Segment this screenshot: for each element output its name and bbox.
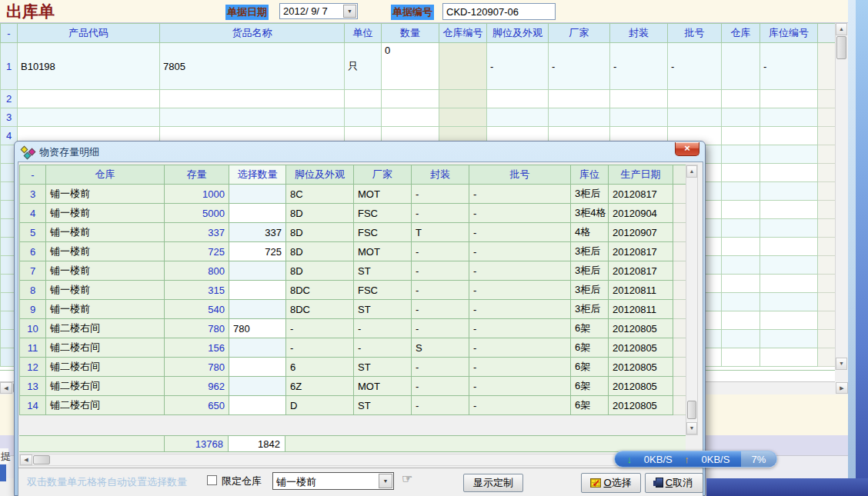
cell-stub[interactable]: [818, 330, 836, 348]
cell-batch[interactable]: -: [668, 43, 722, 90]
cell-stub[interactable]: [818, 182, 836, 201]
cell-stub[interactable]: [673, 396, 686, 415]
scroll-down-icon[interactable]: [686, 422, 697, 434]
cell-date[interactable]: 20120805: [609, 338, 673, 358]
cell-pkg[interactable]: T: [412, 223, 469, 242]
cell-stub[interactable]: [818, 201, 836, 219]
cell-pin[interactable]: 8C: [286, 185, 354, 204]
cell-vendor[interactable]: [549, 108, 610, 127]
cell-vendor[interactable]: MOT: [354, 185, 412, 204]
cell-stub[interactable]: [673, 338, 686, 358]
chevron-down-icon[interactable]: ▼: [379, 474, 392, 488]
cell-loc[interactable]: 6架: [571, 338, 609, 358]
cell-batch[interactable]: [668, 108, 722, 127]
cell-pkg[interactable]: -: [412, 204, 469, 223]
cell-stub[interactable]: [818, 348, 836, 367]
cell-loc[interactable]: 3柜后: [571, 185, 609, 204]
cell-wh[interactable]: [722, 108, 760, 127]
cell-pkg[interactable]: -: [610, 43, 668, 90]
cell-vendor[interactable]: MOT: [354, 377, 412, 396]
cell-stock[interactable]: 1000: [165, 185, 229, 204]
cell-stub[interactable]: [818, 127, 836, 145]
cell-locno[interactable]: [760, 108, 818, 127]
cell-loc[interactable]: 6架: [571, 358, 609, 377]
cell-selected[interactable]: [229, 358, 286, 377]
cell-batch[interactable]: -: [469, 281, 571, 300]
scroll-up-icon[interactable]: [836, 23, 847, 35]
cell-warehouse[interactable]: 铺一楼前: [46, 204, 165, 223]
cell-vendor[interactable]: FSC: [354, 204, 412, 223]
cell-stub[interactable]: [673, 377, 686, 396]
dialog-horizontal-scrollbar[interactable]: [19, 454, 698, 466]
cell-vendor[interactable]: ST: [354, 300, 412, 319]
cell-date[interactable]: 20120811: [609, 300, 673, 319]
cell-pkg[interactable]: [610, 90, 668, 108]
cell-stock[interactable]: 780: [165, 319, 229, 338]
cell-date[interactable]: 20120904: [609, 204, 673, 223]
cell-pin[interactable]: 8D: [286, 204, 354, 223]
cell-vendor[interactable]: FSC: [354, 281, 412, 300]
cell-date[interactable]: 20120805: [609, 358, 673, 377]
cell-code[interactable]: [18, 90, 160, 108]
cell-code[interactable]: [18, 108, 160, 127]
cell-vendor[interactable]: ST: [354, 261, 412, 281]
cell-loc[interactable]: 6架: [571, 396, 609, 415]
cell-wh[interactable]: [722, 43, 760, 90]
cell-stub[interactable]: [673, 204, 686, 223]
cell-pin[interactable]: [487, 90, 549, 108]
cell-pin[interactable]: 8D: [286, 223, 354, 242]
cell-seq[interactable]: 8: [20, 281, 46, 300]
cell-pkg[interactable]: -: [412, 396, 469, 415]
cell-batch[interactable]: -: [469, 377, 571, 396]
cell-wh[interactable]: [722, 164, 760, 182]
cell-locno[interactable]: [760, 90, 818, 108]
cell-pin[interactable]: -: [286, 319, 354, 338]
close-icon[interactable]: ×: [675, 142, 699, 156]
cell-wh[interactable]: [722, 145, 760, 164]
scroll-left-icon[interactable]: [0, 382, 12, 394]
cell-warehouse[interactable]: 铺二楼右间: [46, 338, 165, 358]
cell-date[interactable]: 20120907: [609, 223, 673, 242]
cell-stock[interactable]: 337: [165, 223, 229, 242]
doc-date-select[interactable]: 2012/ 9/ 7 ▼: [279, 3, 358, 19]
display-custom-button[interactable]: 显示定制: [463, 474, 523, 492]
cell-selected[interactable]: [229, 261, 286, 281]
cell-date[interactable]: 20120817: [609, 261, 673, 281]
cell-pin[interactable]: 6Z: [286, 377, 354, 396]
cell-seq[interactable]: 3: [1, 108, 18, 127]
cell-stub[interactable]: [818, 275, 836, 293]
cell-wh[interactable]: [722, 90, 760, 108]
cell-loc[interactable]: 3柜后: [571, 281, 609, 300]
cell-pin[interactable]: 8D: [286, 242, 354, 261]
cell-stock[interactable]: 725: [165, 242, 229, 261]
cell-loc[interactable]: 6架: [571, 319, 609, 338]
dialog-vscroll-thumb[interactable]: [687, 401, 696, 419]
cell-batch[interactable]: -: [469, 204, 571, 223]
cell-stub[interactable]: [818, 256, 836, 275]
cell-unit[interactable]: 只: [345, 43, 382, 90]
cell-stock[interactable]: 315: [165, 281, 229, 300]
main-vscroll-thumb[interactable]: [836, 36, 846, 59]
cell-selected[interactable]: [229, 396, 286, 415]
cell-seq[interactable]: 9: [20, 300, 46, 319]
cell-locno[interactable]: [760, 348, 818, 367]
cell-unit[interactable]: [345, 90, 382, 108]
cell-vendor[interactable]: ST: [354, 396, 412, 415]
cell-stub[interactable]: [673, 300, 686, 319]
cell-wh[interactable]: [722, 293, 760, 311]
cell-date[interactable]: 20120817: [609, 242, 673, 261]
cell-vendor[interactable]: -: [549, 43, 610, 90]
cell-seq[interactable]: 2: [1, 90, 18, 108]
cell-wh[interactable]: [722, 256, 760, 275]
cell-locno[interactable]: [760, 182, 818, 201]
cell-wh[interactable]: [722, 201, 760, 219]
cell-warehouse[interactable]: 铺一楼前: [46, 242, 165, 261]
dialog-vertical-scrollbar[interactable]: [686, 165, 698, 435]
cell-warehouse[interactable]: 铺二楼右间: [46, 396, 165, 415]
cell-pin[interactable]: -: [487, 43, 549, 90]
cell-locno[interactable]: -: [760, 43, 818, 90]
cell-stock[interactable]: 540: [165, 300, 229, 319]
cell-seq[interactable]: 11: [20, 338, 46, 358]
cell-date[interactable]: 20120817: [609, 185, 673, 204]
cell-selected[interactable]: 337: [229, 223, 286, 242]
